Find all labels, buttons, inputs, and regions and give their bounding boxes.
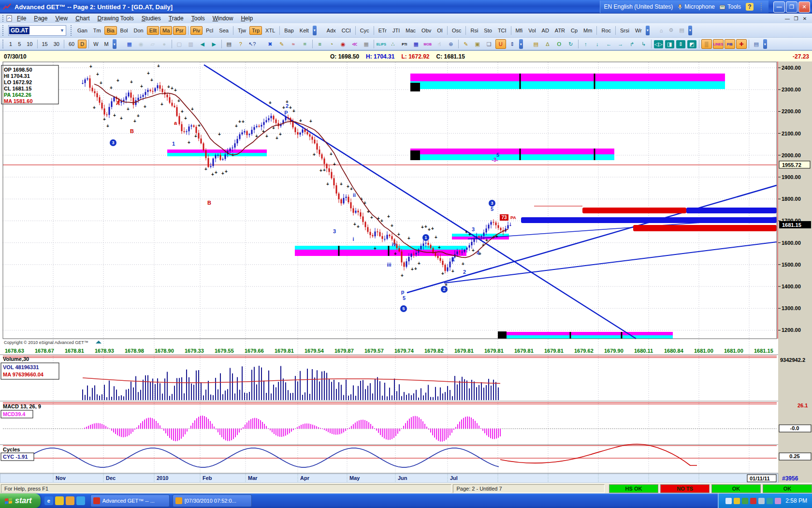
ellipse-icon[interactable]: ELIPS [376, 39, 387, 49]
button-ellt[interactable]: Ellt [147, 26, 159, 35]
menu-drawing-tools[interactable]: Drawing Tools [94, 14, 138, 23]
menu-file[interactable]: File [13, 14, 30, 23]
menu-view[interactable]: View [51, 14, 72, 23]
restore-button[interactable]: ❐ [786, 1, 798, 13]
button-etr[interactable]: ETr [376, 26, 389, 35]
boxes-icon[interactable]: ▣ [472, 39, 483, 49]
pencil2-icon[interactable]: ✎ [461, 39, 471, 49]
button-pcl[interactable]: Pcl [203, 26, 216, 35]
menu-help[interactable]: Help [237, 14, 257, 23]
power-icon[interactable]: O [554, 39, 565, 49]
taskbar-task-0[interactable]: Advanced GET™ -- ... [90, 494, 170, 507]
button-kelt[interactable]: Kelt [297, 26, 311, 35]
button-xtl[interactable]: XTL [263, 26, 277, 35]
button-tci[interactable]: TCI [495, 26, 509, 35]
button-rsi[interactable]: Rsi [468, 26, 480, 35]
toolbar1-grip2[interactable] [70, 25, 72, 36]
button-sea[interactable]: Sea [217, 26, 231, 35]
step-up-icon[interactable]: ↱ [627, 39, 638, 49]
button-roc[interactable]: Roc [599, 26, 613, 35]
copy-icon[interactable]: ❏ [484, 39, 494, 49]
step-down-icon[interactable]: ↳ [638, 39, 649, 49]
button-bol[interactable]: Bol [118, 26, 130, 35]
mob-icon[interactable]: MOB [422, 39, 433, 49]
zoom-in-icon[interactable]: ⊕ [446, 39, 456, 49]
antivirus-icon[interactable] [750, 498, 756, 504]
nav-back-icon[interactable]: ◀ [197, 39, 208, 49]
dotted-box-icon[interactable]: ▒ [701, 39, 712, 49]
xtl-tool-icon[interactable]: ✖ [265, 39, 276, 49]
properties-icon[interactable]: ▤ [751, 39, 762, 49]
arrow-up-icon[interactable]: ↑ [580, 39, 591, 49]
tools-button[interactable]: Tools [720, 3, 741, 10]
clock-icon[interactable]: ◔ [326, 39, 337, 49]
minimize-button[interactable]: — [773, 1, 785, 13]
button-cci[interactable]: CCI [339, 26, 353, 35]
fan-lines-icon[interactable]: ≪ [349, 39, 360, 49]
toolbar-overflow-chevron[interactable]: ▾ [313, 26, 317, 35]
button-gan[interactable]: Gan [75, 26, 90, 35]
button-sto[interactable]: Sto [481, 26, 494, 35]
chart-area[interactable]: ++++++++++++++++++++++++++++++++++++++++… [0, 61, 812, 483]
symbol-combobox[interactable]: GD.AT ▼ [8, 25, 66, 36]
button-ma[interactable]: Ma [160, 26, 172, 35]
button-tm[interactable]: Tm [91, 26, 103, 35]
button-15[interactable]: 15 [40, 40, 50, 48]
title-bar[interactable]: Advanced GET™ -- Page 2: Untitled 7 - [G… [0, 0, 812, 14]
volume-icon[interactable] [725, 498, 732, 504]
mail-icon[interactable] [55, 496, 64, 505]
grid-blue-icon[interactable]: ▦ [411, 39, 421, 49]
grid-icon[interactable]: ▦ [361, 39, 372, 49]
mdi-close-button[interactable]: ✕ [801, 16, 808, 21]
new-chart-icon[interactable]: ▦ [124, 39, 135, 49]
button-obv[interactable]: Obv [419, 26, 434, 35]
button-don[interactable]: Don [131, 26, 146, 35]
time-axis[interactable]: NovDec2010FebMarAprMayJunJul01/11/11#395… [0, 474, 798, 483]
language-help-button[interactable]: ? [746, 3, 754, 11]
arrow-right-icon[interactable]: → [615, 39, 626, 49]
regression-icon[interactable]: ≡ [315, 39, 325, 49]
button-m[interactable]: M [102, 40, 111, 48]
button-srsi[interactable]: Srsi [618, 26, 632, 35]
toolbar-overflow-chevron[interactable]: ▾ [688, 26, 692, 35]
pti-icon[interactable]: PTI [399, 39, 410, 49]
microphone-button[interactable]: Microphone [678, 3, 715, 10]
open-folder-icon[interactable]: ▤ [531, 39, 541, 49]
pencil-icon[interactable]: ✎ [276, 39, 287, 49]
button-mm[interactable]: Mm [581, 26, 594, 35]
button-cyc[interactable]: Cyc [358, 26, 372, 35]
button-w[interactable]: W [91, 40, 101, 48]
media-icon[interactable] [76, 496, 85, 505]
button-jti[interactable]: JTI [390, 26, 402, 35]
button-bia[interactable]: Bia [104, 26, 117, 35]
button-60[interactable]: 60 [66, 40, 77, 48]
button-vol[interactable]: Vol [526, 26, 538, 35]
crosshair-icon[interactable]: ✚ [736, 39, 747, 49]
scatter-icon[interactable]: ∴ [388, 39, 398, 49]
button-mac[interactable]: Mac [403, 26, 418, 35]
button-d[interactable]: D [78, 40, 87, 48]
update-icon[interactable] [742, 498, 748, 504]
button-5[interactable]: 5 [15, 40, 23, 48]
button-oi[interactable]: OI [435, 26, 445, 35]
button-mfi[interactable]: Mfi [513, 26, 525, 35]
target-icon[interactable]: ◉ [338, 39, 348, 49]
button-ad[interactable]: AD [539, 26, 551, 35]
start-button[interactable]: start [0, 493, 41, 508]
menu-studies[interactable]: Studies [138, 14, 165, 23]
help-icon[interactable]: ? [235, 39, 246, 49]
magnet-icon[interactable]: U [495, 39, 506, 49]
menu-chart[interactable]: Chart [72, 14, 93, 23]
fib-tool-icon[interactable]: FIB [725, 39, 735, 49]
expand-h-icon[interactable]: ◁▷ [654, 40, 663, 48]
folder-icon[interactable] [66, 496, 74, 505]
button-1[interactable]: 1 [7, 40, 14, 48]
network-icon[interactable] [734, 498, 740, 504]
menu-tools[interactable]: Tools [188, 14, 209, 23]
mdi-minimize-button[interactable]: — [784, 16, 791, 21]
button-bap[interactable]: Bap [282, 26, 296, 35]
tile-diag-icon[interactable]: ◨ [665, 40, 674, 48]
language-bar-grip[interactable] [760, 2, 763, 11]
mdi-restore-button[interactable]: ❐ [793, 16, 799, 21]
button-wr[interactable]: Wr [633, 26, 644, 35]
